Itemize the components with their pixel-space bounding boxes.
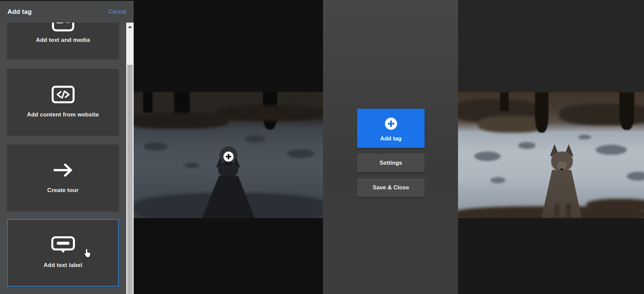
add-tag-button[interactable]: Add tag <box>357 109 425 148</box>
arrow-right-icon <box>52 161 74 180</box>
card-add-text-label[interactable]: Add text label <box>7 219 119 287</box>
text-media-card-icon <box>52 23 74 33</box>
page-title: Add tag <box>7 8 32 16</box>
plus-icon <box>223 152 234 162</box>
panorama-photo-dark[interactable] <box>134 92 323 218</box>
tag-action-panel: Add tag Settings Save & Close <box>323 0 458 294</box>
add-tag-sidebar: Add tag Cancel Add text and media <box>0 0 134 294</box>
code-embed-icon <box>52 86 75 105</box>
card-add-content-from-website[interactable]: Add content from website <box>7 69 119 135</box>
panorama-photo-light[interactable] <box>458 92 644 218</box>
cancel-link[interactable]: Cancel <box>108 8 126 15</box>
save-close-button[interactable]: Save & Close <box>357 178 425 197</box>
scroll-up-arrow-icon <box>128 26 132 28</box>
preview-lower-backdrop <box>458 218 644 294</box>
hand-pointer-cursor-icon <box>83 248 92 258</box>
card-label: Add text label <box>44 262 82 269</box>
tag-type-list: Add text and media Add content from webs… <box>0 23 126 294</box>
card-label: Create tour <box>47 187 79 194</box>
preview-panorama-viewport[interactable] <box>458 0 644 294</box>
settings-button[interactable]: Settings <box>357 154 425 172</box>
add-hotspot-button[interactable] <box>219 146 238 165</box>
card-label: Add content from website <box>27 111 99 118</box>
card-create-tour[interactable]: Create tour <box>7 144 119 211</box>
scrollbar-thumb[interactable] <box>127 65 133 294</box>
scrollbar-up-button[interactable] <box>126 23 134 31</box>
sidebar-header: Add tag Cancel <box>0 0 134 23</box>
editor-panorama-viewport[interactable] <box>134 0 323 294</box>
plus-circle-icon <box>385 117 397 131</box>
card-add-text-and-media[interactable]: Add text and media <box>7 23 119 59</box>
sidebar-scrollbar[interactable] <box>126 23 134 294</box>
card-label: Add text and media <box>7 37 119 44</box>
speech-bubble-icon <box>51 236 75 255</box>
add-tag-button-label: Add tag <box>380 135 401 142</box>
